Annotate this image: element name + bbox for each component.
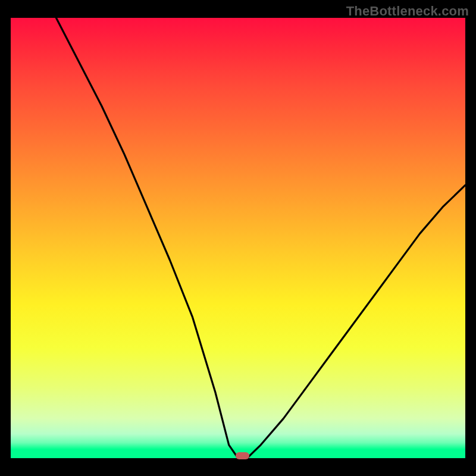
curve-svg — [11, 18, 465, 458]
plot-area — [11, 18, 465, 458]
watermark-text: TheBottleneck.com — [346, 4, 469, 19]
chart-stage: TheBottleneck.com — [0, 0, 476, 476]
bottleneck-curve — [56, 18, 465, 458]
min-marker — [236, 452, 249, 459]
